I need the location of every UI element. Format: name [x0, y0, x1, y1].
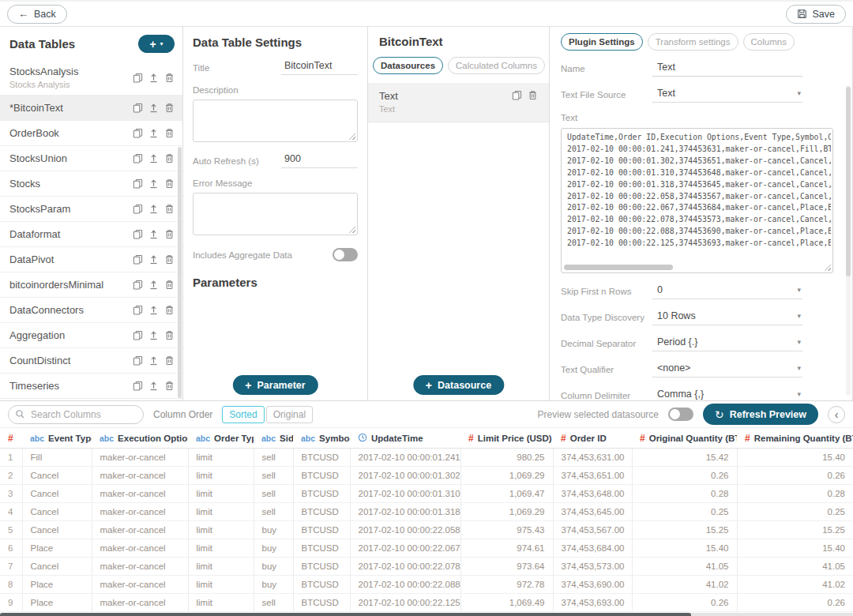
preview-hscroll-track[interactable]: [0, 613, 853, 616]
upload-icon[interactable]: [148, 103, 159, 113]
text-file-source-select[interactable]: Text ▾: [652, 87, 802, 103]
upload-icon[interactable]: [148, 153, 159, 163]
collapse-panel-button[interactable]: ‹: [828, 406, 845, 423]
refresh-preview-button[interactable]: ↻ Refresh Preview: [703, 404, 818, 425]
horizontal-scrollbar[interactable]: [564, 265, 673, 270]
select-field-decimal-separator[interactable]: Period {.}▾: [652, 336, 802, 351]
copy-icon[interactable]: [133, 204, 143, 214]
copy-icon[interactable]: [133, 103, 143, 113]
column-order-original[interactable]: Original: [266, 406, 313, 423]
preview-datasource-toggle[interactable]: [668, 408, 693, 421]
auto-refresh-label: Auto Refresh (s): [193, 156, 281, 168]
data-tables-scrollbar[interactable]: [178, 147, 182, 398]
column-header-limit-price-usd: #Limit Price (USD): [460, 428, 553, 449]
tab-calculated-columns[interactable]: Calculated Columns: [448, 57, 545, 74]
sidebar-item-aggregation[interactable]: Aggregation: [0, 323, 182, 348]
name-input[interactable]: Text: [652, 61, 802, 77]
sidebar-item-dataformat[interactable]: Dataformat: [0, 222, 182, 247]
trash-icon[interactable]: [164, 254, 175, 265]
copy-icon[interactable]: [133, 153, 143, 163]
copy-icon[interactable]: [133, 128, 143, 138]
includes-aggregate-toggle[interactable]: [333, 248, 358, 261]
add-data-table-button[interactable]: + ▾: [138, 35, 175, 53]
copy-icon[interactable]: [512, 90, 522, 100]
plus-icon: +: [426, 380, 432, 391]
sidebar-item-countdistinct[interactable]: CountDistinct: [0, 348, 182, 374]
upload-icon[interactable]: [148, 128, 159, 138]
tab-columns[interactable]: Columns: [743, 33, 795, 51]
trash-icon[interactable]: [164, 229, 175, 239]
title-input[interactable]: BitcoinText: [281, 59, 358, 75]
trash-icon[interactable]: [164, 381, 175, 391]
resize-handle-icon[interactable]: [348, 133, 355, 140]
sidebar-item-stocksanalysis[interactable]: StocksAnalysisStocks Analysis: [0, 60, 182, 96]
sidebar-item-stocksparam[interactable]: StocksParam: [0, 197, 182, 222]
trash-icon[interactable]: [164, 355, 175, 366]
text-content-textarea[interactable]: UpdateTime,Order ID,Execution Options,Ev…: [561, 128, 833, 273]
description-textarea[interactable]: [193, 100, 358, 142]
add-datasource-button[interactable]: + Datasource: [413, 375, 504, 395]
upload-icon[interactable]: [148, 204, 159, 214]
sidebar-item-orderbook[interactable]: OrderBook: [0, 121, 182, 146]
copy-icon[interactable]: [133, 381, 143, 391]
text-label: Text: [561, 113, 843, 122]
trash-icon[interactable]: [164, 204, 175, 214]
select-field-data-type-discovery[interactable]: 10 Rows▾: [652, 310, 802, 325]
datasource-item-actions: [512, 90, 538, 100]
copy-icon[interactable]: [133, 305, 143, 315]
auto-refresh-input[interactable]: 900: [281, 152, 358, 168]
copy-icon[interactable]: [133, 280, 143, 290]
plugin-scrollbar[interactable]: [846, 87, 851, 276]
upload-icon[interactable]: [148, 229, 159, 239]
copy-icon[interactable]: [133, 355, 143, 366]
copy-icon[interactable]: [133, 73, 143, 83]
tab-datasources[interactable]: Datasources: [373, 57, 443, 74]
upload-icon[interactable]: [148, 355, 159, 366]
save-button[interactable]: Save: [786, 5, 847, 24]
preview-hscroll-thumb[interactable]: [0, 613, 691, 616]
copy-icon[interactable]: [133, 330, 143, 340]
upload-icon[interactable]: [148, 178, 159, 189]
trash-icon[interactable]: [164, 330, 175, 340]
sidebar-item-dataconnectors[interactable]: DataConnectors: [0, 298, 182, 323]
sidebar-item-bitcointext[interactable]: *BitcoinText: [0, 96, 182, 121]
trash-icon[interactable]: [164, 103, 175, 113]
trash-icon[interactable]: [164, 153, 175, 163]
trash-icon[interactable]: [164, 73, 175, 83]
upload-icon[interactable]: [148, 254, 159, 265]
tab-plugin-settings[interactable]: Plugin Settings: [561, 33, 643, 51]
text-type-icon: abc: [100, 434, 114, 443]
sidebar-item-stocksunion[interactable]: StocksUnion: [0, 146, 182, 171]
sidebar-item-bitcoinordersminimal[interactable]: bitcoinordersMinimal: [0, 272, 182, 298]
trash-icon[interactable]: [164, 128, 175, 138]
resize-handle-icon[interactable]: [824, 264, 831, 271]
upload-icon[interactable]: [148, 330, 159, 340]
trash-icon[interactable]: [164, 178, 175, 189]
tab-transform-settings[interactable]: Transform settings: [648, 33, 738, 51]
select-field-text-qualifier[interactable]: <none>▾: [652, 362, 802, 377]
numeric-type-icon: #: [561, 433, 566, 444]
trash-icon[interactable]: [164, 305, 175, 315]
sidebar-item-datapivot[interactable]: DataPivot: [0, 247, 182, 272]
back-button[interactable]: ← Back: [7, 5, 67, 24]
trash-icon[interactable]: [528, 90, 538, 100]
sidebar-item-stocks[interactable]: Stocks: [0, 171, 182, 197]
add-parameter-button[interactable]: + Parameter: [232, 375, 318, 395]
select-field-skip-first-n-rows[interactable]: 0▾: [652, 284, 802, 299]
select-field-column-delimiter[interactable]: Comma {,}▾: [652, 388, 802, 400]
copy-icon[interactable]: [133, 229, 143, 239]
upload-icon[interactable]: [148, 305, 159, 315]
upload-icon[interactable]: [148, 73, 159, 83]
upload-icon[interactable]: [148, 381, 159, 391]
trash-icon[interactable]: [164, 280, 175, 290]
column-order-sorted[interactable]: Sorted: [222, 406, 264, 423]
sidebar-item-timeseries[interactable]: Timeseries: [0, 374, 182, 399]
error-message-textarea[interactable]: [193, 193, 358, 235]
copy-icon[interactable]: [133, 254, 143, 265]
copy-icon[interactable]: [133, 178, 143, 189]
datasource-item[interactable]: Text Text: [368, 83, 549, 122]
upload-icon[interactable]: [148, 280, 159, 290]
search-columns-input[interactable]: [8, 405, 144, 424]
name-label: Name: [561, 64, 652, 77]
resize-handle-icon[interactable]: [348, 226, 355, 233]
